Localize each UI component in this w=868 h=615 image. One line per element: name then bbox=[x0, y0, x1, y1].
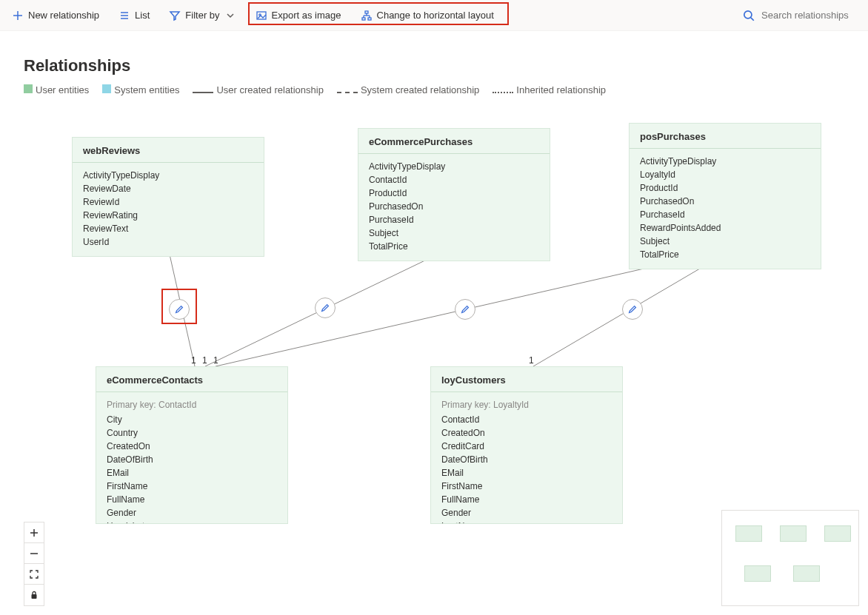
svg-point-14 bbox=[744, 10, 752, 18]
field: LastName bbox=[441, 520, 612, 524]
list-button[interactable]: List bbox=[113, 7, 156, 24]
field: ReviewText bbox=[83, 222, 253, 235]
pencil-icon bbox=[320, 303, 330, 313]
search-relationships[interactable] bbox=[736, 6, 862, 25]
list-icon bbox=[118, 10, 130, 21]
edit-relationship-2[interactable] bbox=[315, 298, 335, 318]
zoom-in-button[interactable] bbox=[24, 522, 44, 543]
hierarchy-icon bbox=[361, 10, 373, 21]
image-icon bbox=[256, 10, 267, 21]
svg-rect-23 bbox=[32, 594, 37, 599]
edit-relationship-3[interactable] bbox=[455, 299, 475, 320]
minus-icon bbox=[30, 549, 39, 558]
field: FirstName bbox=[441, 480, 612, 493]
field: ReviewDate bbox=[83, 182, 253, 195]
new-relationship-label: New relationship bbox=[28, 10, 99, 21]
dotted-line-sample bbox=[493, 92, 513, 93]
fullscreen-icon bbox=[30, 570, 39, 579]
field: RewardPointsAdded bbox=[640, 221, 810, 235]
mult-one-3: 1 bbox=[213, 355, 218, 366]
field: PurchasedOn bbox=[640, 195, 810, 208]
minimap[interactable] bbox=[721, 510, 859, 606]
export-image-button[interactable]: Export as image bbox=[250, 7, 347, 24]
legend-system-rel: System created relationship bbox=[337, 84, 479, 95]
mult-one-2: 1 bbox=[202, 355, 207, 366]
search-input[interactable] bbox=[760, 9, 856, 21]
field: ReviewRating bbox=[83, 209, 253, 222]
entity-fields: ActivityTypeDisplay LoyaltyId ProductId … bbox=[630, 149, 821, 269]
field: ActivityTypeDisplay bbox=[83, 169, 253, 182]
minimap-node bbox=[744, 565, 771, 582]
entity-loycustomers[interactable]: loyCustomers Primary key: LoyaltyId Cont… bbox=[430, 366, 623, 524]
field: CreditCard bbox=[441, 440, 612, 453]
new-relationship-button[interactable]: New relationship bbox=[6, 7, 105, 24]
dashed-line-sample bbox=[337, 92, 358, 93]
lock-button[interactable] bbox=[24, 585, 44, 605]
lock-icon bbox=[30, 591, 39, 599]
field: ProductId bbox=[640, 181, 810, 195]
pencil-icon bbox=[460, 304, 470, 315]
field: TotalPrice bbox=[369, 240, 539, 253]
field: FirstName bbox=[107, 480, 277, 493]
legend-user-rel: User created relationship bbox=[193, 84, 324, 95]
svg-line-15 bbox=[751, 17, 754, 20]
mult-one-1: 1 bbox=[191, 355, 196, 366]
zoom-controls bbox=[24, 522, 44, 606]
legend-user-entities: User entities bbox=[24, 84, 89, 95]
field: DateOfBirth bbox=[441, 453, 612, 466]
field: ContactId bbox=[369, 173, 539, 186]
entity-fields: Primary key: LoyaltyId ContactId Created… bbox=[431, 392, 622, 524]
pencil-icon bbox=[174, 304, 184, 315]
primary-key: Primary key: ContactId bbox=[107, 398, 277, 411]
entity-fields: ActivityTypeDisplay ContactId ProductId … bbox=[358, 154, 550, 261]
legend-inherited-rel: Inherited relationship bbox=[493, 84, 606, 95]
filter-by-button[interactable]: Filter by bbox=[163, 7, 241, 24]
page-area: Relationships User entities System entit… bbox=[0, 31, 868, 95]
field: ReviewId bbox=[83, 195, 253, 209]
fit-to-screen-button[interactable] bbox=[24, 564, 44, 585]
plus-icon bbox=[12, 10, 24, 21]
field: ActivityTypeDisplay bbox=[640, 155, 810, 168]
primary-key: Primary key: LoyaltyId bbox=[441, 398, 612, 411]
pencil-icon bbox=[627, 304, 638, 315]
entity-title: webReviews bbox=[73, 138, 264, 163]
entity-ecommercecontacts[interactable]: eCommerceContacts Primary key: ContactId… bbox=[96, 366, 288, 524]
search-icon bbox=[742, 9, 755, 22]
field: LoyaltyId bbox=[640, 168, 810, 181]
field: CreatedOn bbox=[441, 426, 612, 440]
legend: User entities System entities User creat… bbox=[24, 84, 844, 95]
field: PurchaseId bbox=[369, 213, 539, 226]
edit-relationship-4[interactable] bbox=[622, 299, 643, 320]
zoom-out-button[interactable] bbox=[24, 543, 44, 564]
change-layout-button[interactable]: Change to horizontal layout bbox=[355, 7, 500, 24]
svg-rect-7 bbox=[365, 11, 368, 13]
filter-by-label: Filter by bbox=[185, 10, 219, 21]
page-title: Relationships bbox=[24, 56, 844, 75]
entity-fields: ActivityTypeDisplay ReviewDate ReviewId … bbox=[73, 163, 264, 256]
plus-icon bbox=[30, 528, 39, 537]
field: City bbox=[107, 413, 277, 426]
entity-webreviews[interactable]: webReviews ActivityTypeDisplay ReviewDat… bbox=[72, 137, 264, 257]
field: TotalPrice bbox=[640, 248, 810, 261]
entity-ecommercepurchases[interactable]: eCommercePurchases ActivityTypeDisplay C… bbox=[358, 128, 550, 261]
field: CreatedOn bbox=[107, 440, 277, 453]
field: ActivityTypeDisplay bbox=[369, 160, 539, 173]
entity-title: eCommerceContacts bbox=[96, 367, 287, 392]
field: ProductId bbox=[369, 186, 539, 200]
edit-relationship-1[interactable] bbox=[169, 299, 190, 320]
minimap-node bbox=[824, 525, 851, 542]
toolbar: New relationship List Filter by Export a… bbox=[0, 0, 868, 31]
chevron-down-icon bbox=[224, 10, 236, 21]
field: PurchaseId bbox=[640, 208, 810, 221]
minimap-node bbox=[735, 525, 762, 542]
minimap-node bbox=[780, 525, 807, 542]
field: Gender bbox=[107, 506, 277, 520]
field: PurchasedOn bbox=[369, 200, 539, 213]
entity-title: eCommercePurchases bbox=[358, 129, 550, 154]
field: DateOfBirth bbox=[107, 453, 277, 466]
field: FullName bbox=[107, 493, 277, 506]
entity-title: loyCustomers bbox=[431, 367, 622, 392]
legend-system-entities: System entities bbox=[102, 84, 179, 95]
entity-pospurchases[interactable]: posPurchases ActivityTypeDisplay Loyalty… bbox=[629, 123, 821, 269]
field: Subject bbox=[640, 235, 810, 248]
